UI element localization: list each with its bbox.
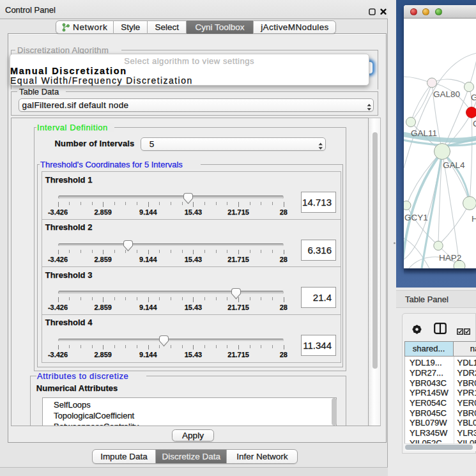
svg-text:C: C <box>473 119 476 128</box>
svg-text:H: H <box>472 214 476 224</box>
svg-text:GAL11: GAL11 <box>411 128 437 138</box>
svg-text:GAL80: GAL80 <box>433 89 460 99</box>
svg-text:GAL: GAL <box>471 93 476 102</box>
svg-text:GCY1: GCY1 <box>404 213 428 222</box>
svg-text:HAP2: HAP2 <box>439 253 461 263</box>
svg-text:GAL4: GAL4 <box>443 160 465 170</box>
